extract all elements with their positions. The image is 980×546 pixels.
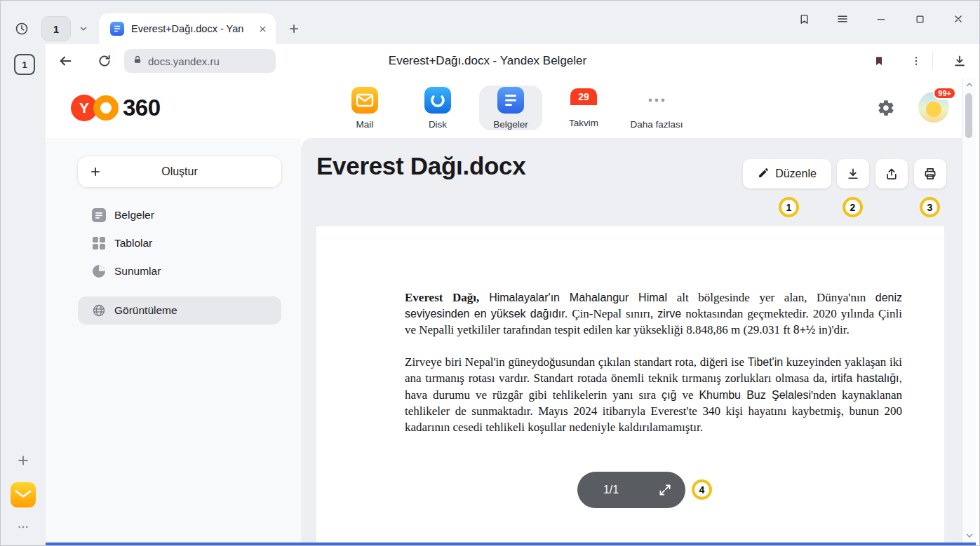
close-button[interactable] (946, 6, 971, 32)
minimize-button[interactable] (868, 6, 894, 32)
more-menu-icon[interactable] (904, 48, 929, 74)
nav-item-mail[interactable]: Mail (333, 86, 396, 130)
mail-icon (351, 87, 378, 116)
sidebar-item-sunumlar[interactable]: Sunumlar (78, 257, 281, 285)
browser-side-panel: 1 (1, 44, 46, 545)
nav-label: Takvim (569, 118, 598, 128)
callout-3: 3 (920, 197, 940, 217)
fullscreen-icon[interactable] (645, 483, 685, 497)
scrollbar[interactable] (962, 78, 976, 542)
document-paragraph: Zirveye biri Nepal'in güneydoğusundan çı… (405, 354, 902, 435)
nav-item-takvim[interactable]: 29 Takvim (552, 86, 615, 130)
sidebar-item-tablolar[interactable]: Tablolar (78, 229, 281, 257)
sidebar-item-goruntuleme[interactable]: Görüntüleme (78, 296, 281, 325)
tables-icon (92, 236, 106, 250)
maximize-button[interactable] (907, 6, 932, 32)
sidebar-list: Belgeler Tablolar Sunumlar (78, 201, 281, 285)
callout-1: 1 (779, 197, 799, 217)
plus-icon (89, 165, 102, 178)
callout-4: 4 (692, 479, 712, 500)
app-header: Y 360 Mail Disk Belgeler (46, 78, 963, 138)
nav-item-belgeler[interactable]: Belgeler (479, 86, 542, 130)
calendar-body (570, 105, 597, 115)
sidebar-item-belgeler[interactable]: Belgeler (78, 201, 281, 229)
documents-app-icon (497, 87, 524, 116)
tab-close-icon[interactable] (258, 25, 267, 34)
workspace-indicator[interactable]: 1 (14, 54, 35, 75)
url-text: docs.yandex.ru (148, 55, 220, 67)
docs-favicon-icon (110, 22, 124, 36)
taskbar-edge (46, 542, 976, 545)
calendar-date: 29 (570, 88, 597, 105)
download-button[interactable] (837, 159, 869, 189)
new-tab-button[interactable] (281, 16, 307, 41)
notification-badge: 99+ (933, 87, 956, 100)
scrollbar-thumb[interactable] (965, 93, 972, 138)
collections-icon[interactable] (791, 6, 817, 32)
callout-2: 2 (843, 197, 863, 217)
document-title: Everest Dağı.docx (316, 152, 525, 180)
nav-item-daha-fazlasi[interactable]: Daha fazlası (625, 86, 688, 130)
lock-icon (133, 54, 142, 68)
page-indicator-pill: 1/1 (577, 472, 685, 508)
page-count: 1/1 (577, 484, 645, 496)
calendar-icon: 29 (570, 88, 597, 115)
create-label: Oluştur (161, 165, 198, 178)
chevron-down-icon[interactable] (72, 16, 95, 41)
page-title: Everest+Dağı.docx - Yandex Belgeler (242, 44, 733, 78)
tab-strip: 1 Everest+Dağı.docx - Yan (1, 1, 979, 44)
app-sidebar: Oluştur Belgeler Tablolar Sunumlar (46, 138, 301, 542)
tab-title: Everest+Dağı.docx - Yan (131, 23, 251, 34)
nav-label: Daha fazlası (630, 119, 683, 130)
presentations-icon (92, 264, 106, 278)
pencil-icon (758, 167, 770, 182)
more-dots-icon (643, 87, 670, 116)
tab-counter[interactable]: 1 (41, 16, 71, 41)
nav-label: Belgeler (493, 119, 528, 130)
bookmark-icon[interactable] (866, 48, 892, 74)
scroll-down-icon[interactable] (962, 530, 976, 541)
menu-icon[interactable] (830, 6, 855, 32)
panel-more-icon[interactable] (11, 514, 36, 540)
browser-tab[interactable]: Everest+Dağı.docx - Yan (99, 13, 276, 44)
edit-button[interactable]: Düzenle (743, 159, 831, 189)
sidebar-item-label: Tablolar (114, 237, 152, 250)
share-button[interactable] (875, 159, 908, 189)
disk-icon (424, 87, 451, 116)
nav-label: Disk (429, 119, 447, 130)
nav-label: Mail (356, 119, 374, 130)
document-area: Everest Dağı.docx Düzenle 1 2 3 Everest … (301, 138, 963, 542)
create-button[interactable]: Oluştur (78, 156, 281, 187)
sidebar-item-label: Sunumlar (114, 265, 161, 278)
panel-add-button[interactable] (11, 448, 36, 473)
document-paragraph: Everest Dağı, Himalayalar'ın Mahalangur … (405, 289, 902, 338)
history-icon[interactable] (9, 16, 34, 41)
toolbar-divider (932, 53, 933, 69)
downloads-button[interactable] (947, 48, 972, 74)
service-nav: Mail Disk Belgeler 29 Takvim (333, 86, 688, 130)
sidebar-item-label: Belgeler (114, 209, 154, 221)
documents-icon (92, 208, 106, 222)
print-button[interactable] (914, 159, 946, 189)
browser-toolbar: docs.yandex.ru Everest+Dağı.docx - Yande… (46, 44, 979, 78)
browser-window: 1 Everest+Dağı.docx - Yan (0, 0, 980, 546)
nav-item-disk[interactable]: Disk (406, 86, 469, 130)
settings-gear-icon[interactable] (873, 95, 899, 121)
reload-button[interactable] (92, 48, 117, 74)
scroll-up-icon[interactable] (962, 79, 976, 90)
logo-360-text: 360 (123, 95, 161, 121)
yandex360-panel-icon[interactable] (11, 482, 36, 507)
globe-icon (92, 303, 106, 318)
document-text: Everest Dağı, Himalayalar'ın Mahalangur … (316, 226, 944, 435)
logo-o-ring (93, 95, 119, 121)
avatar[interactable]: 99+ (918, 92, 949, 123)
edit-button-label: Düzenle (775, 168, 817, 180)
sidebar-item-label: Görüntüleme (114, 304, 177, 317)
y360-logo[interactable]: Y 360 (71, 95, 161, 121)
back-button[interactable] (53, 48, 78, 74)
